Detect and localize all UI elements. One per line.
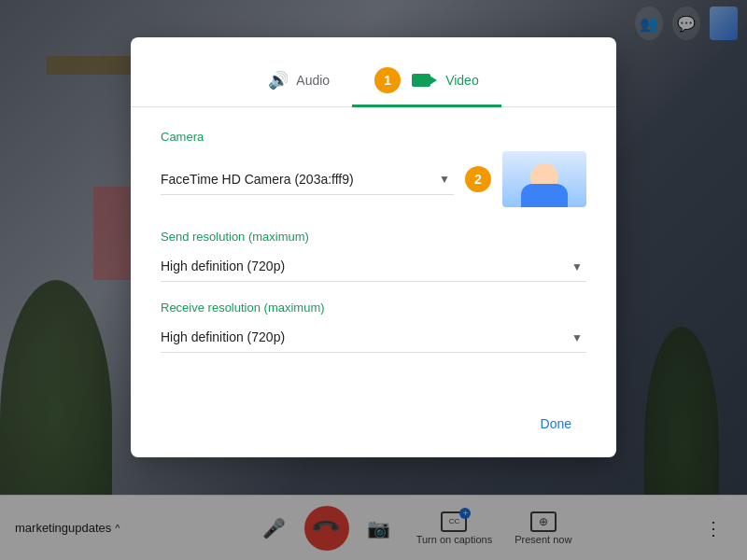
- settings-tabs: 🔊 Audio 1 Video: [131, 37, 616, 107]
- receive-resolution-select[interactable]: High definition (720p) Standard definiti…: [161, 322, 586, 353]
- settings-dialog: 🔊 Audio 1 Video Camera: [131, 37, 616, 457]
- badge-2: 2: [465, 166, 491, 192]
- send-resolution-label: Send resolution (maximum): [161, 230, 586, 244]
- video-camera-icon: [412, 74, 430, 87]
- send-resolution-select[interactable]: High definition (720p) Standard definiti…: [161, 251, 586, 282]
- receive-resolution-wrapper: High definition (720p) Standard definiti…: [161, 322, 586, 353]
- tab-audio-label: Audio: [296, 73, 330, 88]
- camera-select[interactable]: FaceTime HD Camera (203a:fff9) Built-in …: [161, 164, 454, 195]
- tab-video-label: Video: [445, 73, 479, 88]
- tab-audio[interactable]: 🔊 Audio: [246, 56, 352, 107]
- camera-select-row: FaceTime HD Camera (203a:fff9) Built-in …: [161, 151, 586, 207]
- badge-1: 1: [374, 67, 401, 93]
- send-resolution-section: Send resolution (maximum) High definitio…: [161, 230, 586, 282]
- receive-resolution-section: Receive resolution (maximum) High defini…: [161, 301, 586, 353]
- camera-section: Camera FaceTime HD Camera (203a:fff9) Bu…: [161, 130, 586, 207]
- receive-resolution-label: Receive resolution (maximum): [161, 301, 586, 315]
- preview-person: [502, 151, 586, 207]
- dialog-footer: Done: [131, 394, 616, 457]
- preview-body: [521, 184, 568, 207]
- dialog-content: Camera FaceTime HD Camera (203a:fff9) Bu…: [131, 107, 616, 394]
- modal-overlay: 🔊 Audio 1 Video Camera: [0, 0, 747, 560]
- camera-preview: [502, 151, 586, 207]
- tab-video[interactable]: 1 Video: [352, 56, 501, 107]
- camera-select-wrapper: FaceTime HD Camera (203a:fff9) Built-in …: [161, 164, 454, 195]
- send-resolution-wrapper: High definition (720p) Standard definiti…: [161, 251, 586, 282]
- audio-icon: 🔊: [268, 70, 289, 91]
- done-button[interactable]: Done: [526, 409, 586, 439]
- camera-label: Camera: [161, 130, 586, 144]
